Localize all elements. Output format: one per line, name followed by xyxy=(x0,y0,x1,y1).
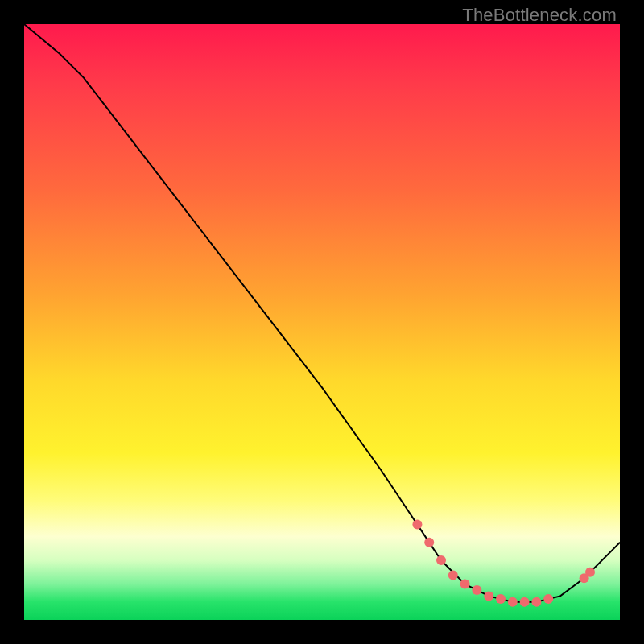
data-marker xyxy=(448,571,458,580)
data-marker xyxy=(508,597,518,607)
curve-svg xyxy=(24,24,620,620)
data-marker xyxy=(520,597,530,607)
data-marker xyxy=(484,591,493,601)
chart-frame: TheBottleneck.com xyxy=(0,0,644,644)
data-marker xyxy=(412,520,422,530)
data-marker xyxy=(436,555,446,565)
data-marker xyxy=(496,594,506,604)
data-marker xyxy=(543,594,553,604)
data-marker xyxy=(424,538,434,547)
plot-area xyxy=(24,24,620,620)
data-marker xyxy=(585,568,595,577)
data-markers xyxy=(412,520,595,607)
watermark-text: TheBottleneck.com xyxy=(462,5,617,26)
data-marker xyxy=(472,585,481,595)
data-marker xyxy=(460,580,470,589)
data-marker xyxy=(531,597,541,607)
bottleneck-curve xyxy=(24,24,620,602)
